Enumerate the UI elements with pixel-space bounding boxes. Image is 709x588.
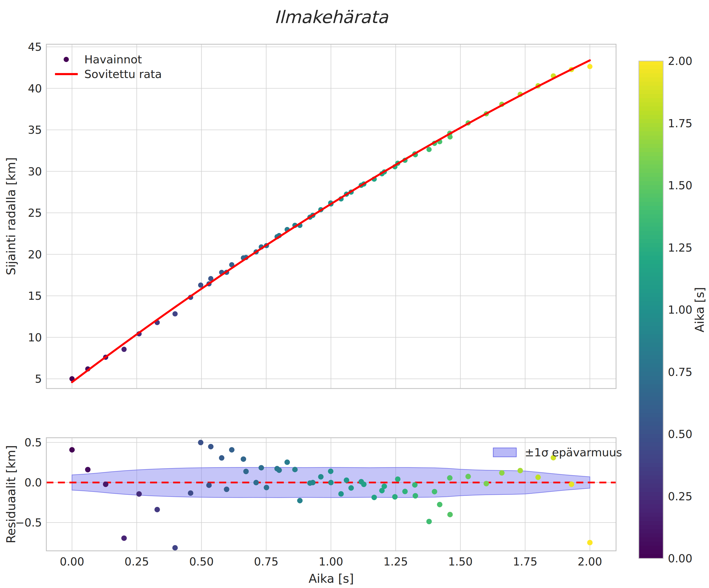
residual-point	[437, 502, 443, 507]
colorbar-segment	[639, 488, 663, 492]
ytick-label: 5	[35, 373, 42, 385]
residual-point	[382, 484, 387, 489]
colorbar-segment	[639, 69, 663, 74]
colorbar-segment	[639, 305, 663, 310]
residual-point	[483, 481, 489, 486]
colorbar-segment	[639, 426, 663, 430]
colorbar-segment	[639, 260, 663, 264]
colorbar-segment	[639, 372, 663, 376]
colorbar-segment	[639, 326, 663, 331]
residual-point	[121, 535, 127, 541]
residual-point	[517, 468, 523, 473]
residual-point	[426, 519, 432, 525]
colorbar-segment	[639, 355, 663, 360]
colorbar-segment	[639, 210, 663, 215]
ytick-label: 40	[28, 82, 42, 95]
uncertainty-patch-icon	[493, 448, 516, 457]
colorbar-segment	[639, 343, 663, 347]
colorbar-gradient	[639, 61, 663, 559]
ytick-label: 0.5	[24, 436, 42, 449]
residual-point	[136, 491, 142, 497]
colorbar-segment	[639, 554, 663, 559]
colorbar-segment	[639, 459, 663, 463]
residual-point	[348, 485, 354, 490]
colorbar-segment	[639, 285, 663, 289]
main-ytick-labels: 45403530252015105	[28, 41, 42, 385]
x-axis-label: Aika [s]	[309, 571, 354, 586]
colorbar-segment	[639, 123, 663, 128]
ytick-label: 35	[28, 124, 42, 136]
colorbar-segment	[639, 206, 663, 211]
residual-point	[172, 545, 178, 551]
colorbar-segment	[639, 505, 663, 509]
colorbar-segment	[639, 322, 663, 326]
ytick-label: 25	[28, 207, 42, 219]
colorbar-segment	[639, 102, 663, 107]
ytick-label: −0.5	[15, 516, 42, 529]
colorbar-segment	[639, 484, 663, 488]
colorbar-segment	[639, 314, 663, 318]
colorbar-segment	[639, 214, 663, 219]
colorbar-segment	[639, 127, 663, 132]
colorbar-segment	[639, 301, 663, 306]
colorbar-segment	[639, 335, 663, 339]
xtick-label: 1.00	[319, 555, 343, 568]
colorbar-segment	[639, 193, 663, 198]
xtick-label: 1.50	[448, 555, 473, 568]
colorbar-segment	[639, 251, 663, 256]
data-point	[587, 64, 593, 69]
residual-point	[432, 489, 437, 494]
colorbar-segment	[639, 417, 663, 422]
data-point	[426, 147, 432, 152]
colorbar-segment	[639, 534, 663, 538]
colorbar-segment	[639, 177, 663, 181]
xtick-label: 2.00	[578, 555, 602, 568]
residual-point	[198, 440, 204, 445]
residual-point	[402, 489, 408, 494]
legend-label-havainnot: Havainnot	[84, 53, 142, 66]
colorbar-segment	[639, 268, 663, 272]
ytick-label: 15	[28, 290, 42, 302]
colorbar-segment	[639, 509, 663, 513]
colorbar-segment	[639, 384, 663, 389]
colorbar-tick-label: 1.00	[668, 303, 692, 316]
legend-label-uncertainty: ±1σ epävarmuus	[525, 446, 622, 459]
colorbar-segment	[639, 537, 663, 542]
xtick-label: 0.50	[189, 555, 214, 568]
residual-point	[587, 540, 593, 545]
colorbar-segment	[639, 222, 663, 227]
colorbar-segment	[639, 480, 663, 484]
residual-point	[70, 447, 75, 453]
colorbar-segment	[639, 463, 663, 467]
residual-point	[318, 474, 323, 480]
colorbar-segment	[639, 546, 663, 550]
colorbar-segment	[639, 397, 663, 401]
colorbar-segment	[639, 380, 663, 384]
colorbar-segment	[639, 119, 663, 123]
colorbar-segment	[639, 82, 663, 86]
colorbar-segment	[639, 247, 663, 252]
residual-point	[499, 470, 504, 476]
colorbar-tick-labels: 0.000.250.500.751.001.251.501.752.00	[668, 55, 692, 565]
colorbar-segment	[639, 525, 663, 530]
colorbar-segment	[639, 339, 663, 343]
residual-point	[361, 482, 367, 487]
colorbar-segment	[639, 550, 663, 555]
residual-point	[208, 444, 214, 449]
colorbar-segment	[639, 368, 663, 372]
colorbar-segment	[639, 364, 663, 368]
colorbar-segment	[639, 376, 663, 380]
ytick-label: 0.0	[24, 476, 42, 489]
colorbar-segment	[639, 115, 663, 119]
colorbar-segment	[639, 517, 663, 521]
colorbar-segment	[639, 401, 663, 405]
colorbar-segment	[639, 513, 663, 517]
colorbar-segment	[639, 272, 663, 277]
colorbar-tick-label: 2.00	[668, 55, 692, 68]
colorbar-segment	[639, 148, 663, 152]
residual-point	[413, 493, 418, 499]
colorbar-segment	[639, 86, 663, 90]
colorbar-segment	[639, 239, 663, 243]
residual-point	[258, 465, 264, 471]
colorbar-segment	[639, 318, 663, 322]
